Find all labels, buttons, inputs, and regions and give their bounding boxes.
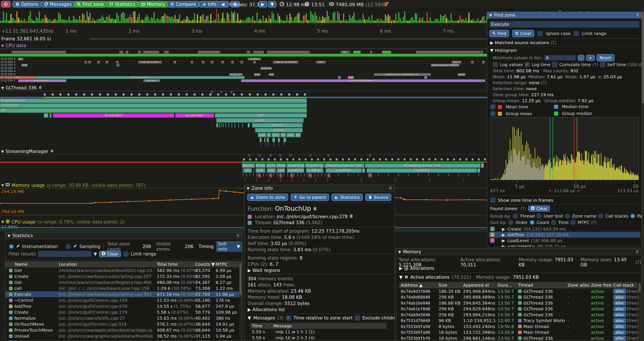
zone-bar[interactable]: ( xyxy=(278,138,280,142)
found-zone-row[interactable]: ▶AddTree(18,542) 227.19 ms xyxy=(489,232,640,238)
memory-button[interactable]: Memory xyxy=(138,1,168,8)
sample-dot[interactable] xyxy=(130,93,132,96)
sample-dot[interactable] xyxy=(354,158,356,161)
zone-bar[interactable]: LoadDaU xyxy=(287,168,304,173)
sample-dot[interactable] xyxy=(217,93,219,96)
find-zone-histogram[interactable] xyxy=(490,117,639,180)
sample-dot[interactable] xyxy=(416,158,418,161)
sample-dot[interactable] xyxy=(398,158,399,161)
sample-dot[interactable] xyxy=(67,93,70,96)
cpu-zone[interactable] xyxy=(88,61,91,64)
sample-dot[interactable] xyxy=(379,158,381,161)
sample-dot[interactable] xyxy=(330,158,332,161)
cpu-zone[interactable] xyxy=(253,61,256,64)
active-allocations-toggle[interactable]: ▼ Active allocations (70,311) Memory usa… xyxy=(399,275,539,280)
groupby-parent-radio[interactable] xyxy=(630,213,636,219)
message-marker[interactable]: ▽ xyxy=(248,154,250,157)
sample-dot[interactable] xyxy=(366,158,368,161)
alloc-callstack-button[interactable]: alloc xyxy=(613,336,626,340)
allocation-row[interactable]: 0x74ab1be040186.68 KB294,645,364ns13:50.… xyxy=(399,300,638,306)
collapse-button[interactable]: ▼ xyxy=(268,1,276,8)
zone-bar[interactable]: U xyxy=(477,168,480,173)
sample-dot[interactable] xyxy=(286,158,288,161)
zone-bar[interactable]: Streaming xyxy=(305,163,324,168)
groupby-zone-name-radio[interactable] xyxy=(565,213,570,219)
sample-dot[interactable] xyxy=(296,93,298,96)
allocations-toggle[interactable]: ▶ @ Allocations xyxy=(399,266,434,271)
cpu-zone[interactable] xyxy=(190,61,193,64)
allocation-row[interactable]: 0x7553b9fbf016 bytes296,661,146ns13:50.7… xyxy=(399,335,638,341)
messages-button[interactable]: Messages xyxy=(41,1,74,8)
cpu-zone[interactable] xyxy=(338,76,341,79)
cpu-zone[interactable] xyxy=(424,76,427,79)
legend-checkbox[interactable] xyxy=(490,111,496,116)
statistics-row[interactable]: Executejni/../jni/src/claw/base/LuaScrip… xyxy=(6,291,242,297)
memory-scrollbar[interactable] xyxy=(638,283,641,339)
cpu-zone[interactable]: audio. xyxy=(254,73,260,76)
sample-dot[interactable] xyxy=(311,158,313,161)
cpu-zone[interactable] xyxy=(471,61,474,64)
reset-button[interactable]: Reset xyxy=(596,54,614,61)
cpu-zone[interactable]: audiose xyxy=(260,67,272,70)
sample-dot[interactable] xyxy=(447,158,449,161)
statistics-table-header[interactable]: NameLocationTotal timeCounts ▼MTPC xyxy=(6,261,242,267)
sample-dot[interactable] xyxy=(146,93,148,96)
statistics-row[interactable]: OnTouchMovejni/../jni/src/guif/Screen.cp… xyxy=(6,321,242,327)
alloc-callstack-button[interactable]: alloc xyxy=(613,295,626,300)
zone-bar[interactable]: Up xyxy=(295,133,301,137)
zone-bar[interactable] xyxy=(219,123,220,128)
allocation-row[interactable]: 0x74ab1ef040256 KB294,629,948ns13:50.7GL… xyxy=(399,306,638,312)
sample-dot[interactable] xyxy=(336,158,338,161)
allocation-row[interactable]: 0x74a9d68040256 KB295,668,489ns13:50.7GL… xyxy=(399,294,638,300)
glthread-header[interactable]: ▼GLThread 336 xyxy=(1,85,42,90)
cpu-zone[interactable]: cds_ol_rx_threa xyxy=(273,61,298,64)
zone-bar[interactable]: Loa xyxy=(286,133,295,137)
sample-dot[interactable] xyxy=(262,158,264,161)
zone-bar[interactable]: ( xyxy=(267,138,269,142)
sample-dot[interactable] xyxy=(373,158,375,161)
sample-dot[interactable] xyxy=(44,93,46,96)
sample-dot[interactable] xyxy=(83,93,85,96)
sample-dot[interactable] xyxy=(391,158,393,161)
zone-bar[interactable]: Create xyxy=(216,118,304,123)
sample-dot[interactable] xyxy=(60,93,62,96)
sample-dot[interactable] xyxy=(466,158,467,161)
cpu-zone[interactable] xyxy=(482,61,485,64)
allocations-list-toggle[interactable]: ▶ Allocations list xyxy=(248,307,285,312)
cpu-zone[interactable] xyxy=(202,61,204,64)
sample-dot[interactable] xyxy=(194,93,196,96)
statistics-row[interactable]: Get/mnt/e/claw/src/claw/base/AssetDict.h… xyxy=(6,267,242,273)
cpu-zone[interactable] xyxy=(97,61,100,64)
message-marker[interactable]: ▽ xyxy=(279,154,282,157)
statistics-row[interactable]: Normalizejni/../jni/src/claw/vfs/Vfs.cpp… xyxy=(6,315,242,321)
cpu-zone[interactable]: mi_t xyxy=(452,61,462,64)
find-button[interactable]: Find xyxy=(489,30,509,37)
sample-dot[interactable] xyxy=(274,158,276,161)
statistics-row[interactable]: PrivateTouchMovejni/../jni/src/claw/appl… xyxy=(6,327,242,333)
groupby-thread-radio[interactable] xyxy=(512,213,518,219)
message-marker[interactable]: ▽ xyxy=(270,154,272,157)
zone-bar[interactable]: C xyxy=(327,173,330,178)
increase-bin-button[interactable]: + xyxy=(586,55,595,61)
sample-dot[interactable] xyxy=(280,93,282,96)
sample-dot[interactable] xyxy=(348,158,350,161)
close-icon[interactable]: X xyxy=(636,12,639,18)
found-zone-row[interactable]: ▶LoadLevel(18) 406.88 µs xyxy=(489,238,640,243)
zone-bar[interactable]: | xyxy=(264,138,266,142)
zone-bar[interactable]: LoadData xyxy=(366,168,477,173)
self-time-checkbox[interactable] xyxy=(600,62,606,67)
alloc-callstack-button[interactable]: alloc xyxy=(613,306,626,311)
filter-input[interactable] xyxy=(38,251,92,257)
sample-dot[interactable] xyxy=(472,158,474,161)
sample-dot[interactable] xyxy=(249,93,251,96)
zone-bar[interactable]: LoU xyxy=(277,168,285,173)
sample-dot[interactable] xyxy=(154,93,156,96)
cpu-zone[interactable]: cds_ xyxy=(316,61,326,64)
memory-usage-header[interactable]: ▼ Memory usage (y-range: 30.88 KB, visib… xyxy=(1,183,146,188)
zone-bar[interactable]: S xyxy=(44,113,48,118)
cpu-zone[interactable] xyxy=(106,61,108,64)
zone-bar[interactable]: C xyxy=(308,173,312,178)
sample-dot[interactable] xyxy=(209,93,212,96)
sample-dot[interactable] xyxy=(52,93,54,96)
zone-bar[interactable]: U xyxy=(267,133,271,137)
